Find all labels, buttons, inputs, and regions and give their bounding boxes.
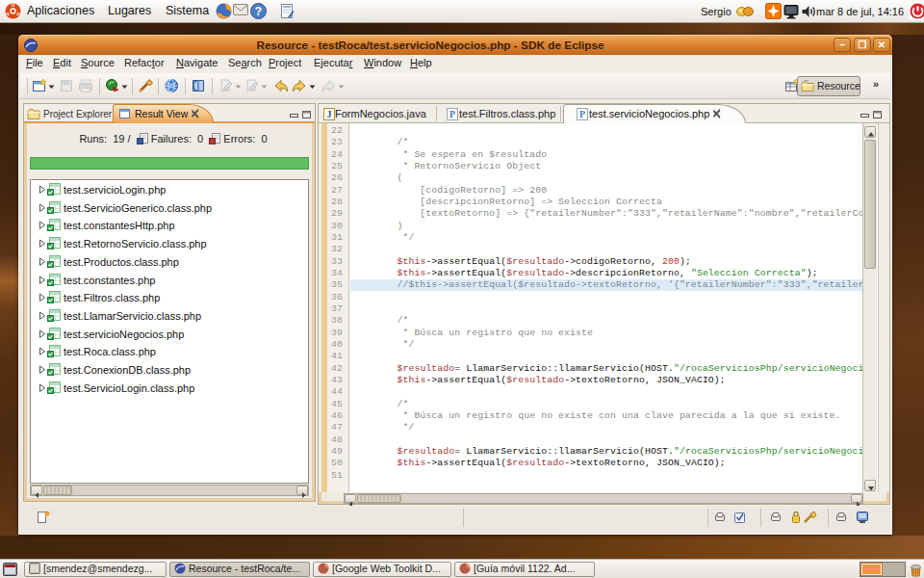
svg-text:P: P [579,109,585,119]
svg-text:J: J [327,109,332,119]
svg-text:P: P [449,109,455,119]
svg-text:?: ? [255,5,262,18]
